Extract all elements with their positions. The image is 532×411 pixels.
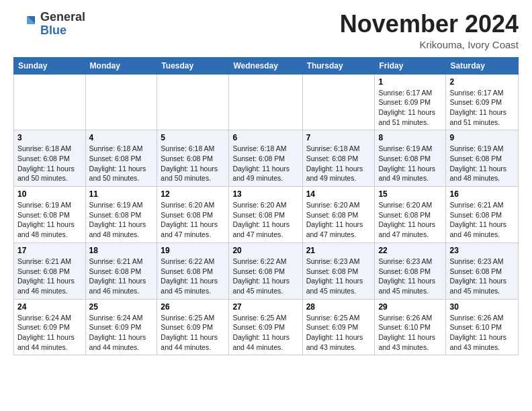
day-info: Sunrise: 6:24 AM Sunset: 6:09 PM Dayligh…: [17, 313, 82, 353]
day-number: 10: [17, 189, 82, 199]
day-number: 16: [449, 189, 515, 199]
calendar-day-cell: 25Sunrise: 6:24 AM Sunset: 6:09 PM Dayli…: [85, 299, 157, 355]
calendar-day-cell: 27Sunrise: 6:25 AM Sunset: 6:09 PM Dayli…: [229, 299, 302, 355]
day-info: Sunrise: 6:18 AM Sunset: 6:08 PM Dayligh…: [89, 144, 154, 183]
weekday-header-sunday: Sunday: [14, 57, 86, 74]
logo-icon: [13, 12, 38, 36]
day-number: 30: [449, 302, 515, 312]
day-number: 12: [161, 189, 225, 199]
calendar-day-cell: 17Sunrise: 6:21 AM Sunset: 6:08 PM Dayli…: [14, 242, 86, 299]
day-info: Sunrise: 6:22 AM Sunset: 6:08 PM Dayligh…: [161, 257, 225, 296]
day-number: 6: [232, 133, 298, 142]
calendar-empty-cell: [229, 74, 302, 130]
day-info: Sunrise: 6:23 AM Sunset: 6:08 PM Dayligh…: [378, 257, 442, 296]
day-number: 27: [232, 302, 298, 312]
calendar-day-cell: 6Sunrise: 6:18 AM Sunset: 6:08 PM Daylig…: [229, 130, 302, 187]
calendar-day-cell: 30Sunrise: 6:26 AM Sunset: 6:10 PM Dayli…: [446, 299, 519, 355]
day-info: Sunrise: 6:21 AM Sunset: 6:08 PM Dayligh…: [449, 200, 515, 240]
day-info: Sunrise: 6:19 AM Sunset: 6:08 PM Dayligh…: [17, 200, 82, 240]
day-number: 29: [378, 302, 442, 312]
day-info: Sunrise: 6:18 AM Sunset: 6:08 PM Dayligh…: [17, 144, 82, 183]
logo-general-text: General: [40, 11, 85, 24]
calendar-day-cell: 15Sunrise: 6:20 AM Sunset: 6:08 PM Dayli…: [375, 187, 446, 243]
calendar-day-cell: 5Sunrise: 6:18 AM Sunset: 6:08 PM Daylig…: [157, 130, 229, 187]
calendar-empty-cell: [302, 74, 375, 130]
calendar-day-cell: 2Sunrise: 6:17 AM Sunset: 6:09 PM Daylig…: [446, 74, 519, 130]
day-number: 5: [161, 133, 225, 142]
day-info: Sunrise: 6:26 AM Sunset: 6:10 PM Dayligh…: [449, 313, 515, 353]
calendar-day-cell: 4Sunrise: 6:18 AM Sunset: 6:08 PM Daylig…: [85, 130, 157, 187]
calendar-day-cell: 12Sunrise: 6:20 AM Sunset: 6:08 PM Dayli…: [157, 187, 229, 243]
day-number: 22: [378, 246, 442, 255]
calendar-day-cell: 1Sunrise: 6:17 AM Sunset: 6:09 PM Daylig…: [375, 74, 446, 130]
day-number: 26: [161, 302, 225, 312]
calendar-empty-cell: [14, 74, 86, 130]
weekday-header-saturday: Saturday: [446, 57, 519, 74]
day-info: Sunrise: 6:23 AM Sunset: 6:08 PM Dayligh…: [306, 257, 371, 296]
day-info: Sunrise: 6:18 AM Sunset: 6:08 PM Dayligh…: [161, 144, 225, 183]
calendar-day-cell: 8Sunrise: 6:19 AM Sunset: 6:08 PM Daylig…: [375, 130, 446, 187]
day-info: Sunrise: 6:22 AM Sunset: 6:08 PM Dayligh…: [232, 257, 298, 296]
calendar-day-cell: 3Sunrise: 6:18 AM Sunset: 6:08 PM Daylig…: [14, 130, 86, 187]
day-info: Sunrise: 6:23 AM Sunset: 6:08 PM Dayligh…: [449, 257, 515, 296]
calendar-day-cell: 11Sunrise: 6:19 AM Sunset: 6:08 PM Dayli…: [85, 187, 157, 243]
calendar-day-cell: 10Sunrise: 6:19 AM Sunset: 6:08 PM Dayli…: [14, 187, 86, 243]
day-number: 28: [306, 302, 371, 312]
day-info: Sunrise: 6:26 AM Sunset: 6:10 PM Dayligh…: [378, 313, 442, 353]
day-number: 7: [306, 133, 371, 142]
calendar-day-cell: 16Sunrise: 6:21 AM Sunset: 6:08 PM Dayli…: [446, 187, 519, 243]
day-info: Sunrise: 6:17 AM Sunset: 6:09 PM Dayligh…: [378, 88, 442, 128]
day-info: Sunrise: 6:18 AM Sunset: 6:08 PM Dayligh…: [232, 144, 298, 183]
day-info: Sunrise: 6:18 AM Sunset: 6:08 PM Dayligh…: [306, 144, 371, 183]
calendar-day-cell: 20Sunrise: 6:22 AM Sunset: 6:08 PM Dayli…: [229, 242, 302, 299]
calendar: SundayMondayTuesdayWednesdayThursdayFrid…: [13, 57, 519, 356]
day-info: Sunrise: 6:17 AM Sunset: 6:09 PM Dayligh…: [449, 88, 515, 128]
calendar-empty-cell: [85, 74, 157, 130]
day-number: 19: [161, 246, 225, 255]
day-info: Sunrise: 6:20 AM Sunset: 6:08 PM Dayligh…: [161, 200, 225, 240]
calendar-header-row: SundayMondayTuesdayWednesdayThursdayFrid…: [14, 57, 519, 74]
page: General Blue November 2024 Krikouma, Ivo…: [0, 0, 532, 366]
day-number: 20: [232, 246, 298, 255]
day-info: Sunrise: 6:25 AM Sunset: 6:09 PM Dayligh…: [306, 313, 371, 353]
day-info: Sunrise: 6:19 AM Sunset: 6:08 PM Dayligh…: [378, 144, 442, 183]
calendar-empty-cell: [157, 74, 229, 130]
calendar-day-cell: 21Sunrise: 6:23 AM Sunset: 6:08 PM Dayli…: [302, 242, 375, 299]
day-number: 21: [306, 246, 371, 255]
day-number: 14: [306, 189, 371, 199]
day-number: 2: [449, 77, 515, 87]
weekday-header-thursday: Thursday: [302, 57, 375, 74]
calendar-day-cell: 26Sunrise: 6:25 AM Sunset: 6:09 PM Dayli…: [157, 299, 229, 355]
calendar-day-cell: 14Sunrise: 6:20 AM Sunset: 6:08 PM Dayli…: [302, 187, 375, 243]
day-number: 18: [89, 246, 154, 255]
weekday-header-monday: Monday: [85, 57, 157, 74]
day-number: 3: [17, 133, 82, 142]
calendar-day-cell: 24Sunrise: 6:24 AM Sunset: 6:09 PM Dayli…: [14, 299, 86, 355]
calendar-day-cell: 18Sunrise: 6:21 AM Sunset: 6:08 PM Dayli…: [85, 242, 157, 299]
logo-blue-text: Blue: [40, 24, 85, 38]
day-number: 17: [17, 246, 82, 255]
day-info: Sunrise: 6:21 AM Sunset: 6:08 PM Dayligh…: [17, 257, 82, 296]
day-info: Sunrise: 6:21 AM Sunset: 6:08 PM Dayligh…: [89, 257, 154, 296]
day-number: 9: [449, 133, 515, 142]
day-number: 8: [378, 133, 442, 142]
day-info: Sunrise: 6:20 AM Sunset: 6:08 PM Dayligh…: [378, 200, 442, 240]
calendar-week-row: 10Sunrise: 6:19 AM Sunset: 6:08 PM Dayli…: [14, 187, 519, 243]
day-number: 25: [89, 302, 154, 312]
day-info: Sunrise: 6:20 AM Sunset: 6:08 PM Dayligh…: [232, 200, 298, 240]
day-number: 23: [449, 246, 515, 255]
logo-text: General Blue: [40, 11, 85, 38]
day-info: Sunrise: 6:25 AM Sunset: 6:09 PM Dayligh…: [161, 313, 225, 353]
location: Krikouma, Ivory Coast: [340, 39, 519, 50]
day-info: Sunrise: 6:24 AM Sunset: 6:09 PM Dayligh…: [89, 313, 154, 353]
calendar-day-cell: 9Sunrise: 6:19 AM Sunset: 6:08 PM Daylig…: [446, 130, 519, 187]
day-number: 4: [89, 133, 154, 142]
weekday-header-wednesday: Wednesday: [229, 57, 302, 74]
calendar-day-cell: 22Sunrise: 6:23 AM Sunset: 6:08 PM Dayli…: [375, 242, 446, 299]
day-info: Sunrise: 6:19 AM Sunset: 6:08 PM Dayligh…: [89, 200, 154, 240]
calendar-day-cell: 19Sunrise: 6:22 AM Sunset: 6:08 PM Dayli…: [157, 242, 229, 299]
calendar-week-row: 1Sunrise: 6:17 AM Sunset: 6:09 PM Daylig…: [14, 74, 519, 130]
day-number: 11: [89, 189, 154, 199]
title-area: November 2024 Krikouma, Ivory Coast: [340, 11, 519, 50]
calendar-day-cell: 23Sunrise: 6:23 AM Sunset: 6:08 PM Dayli…: [446, 242, 519, 299]
